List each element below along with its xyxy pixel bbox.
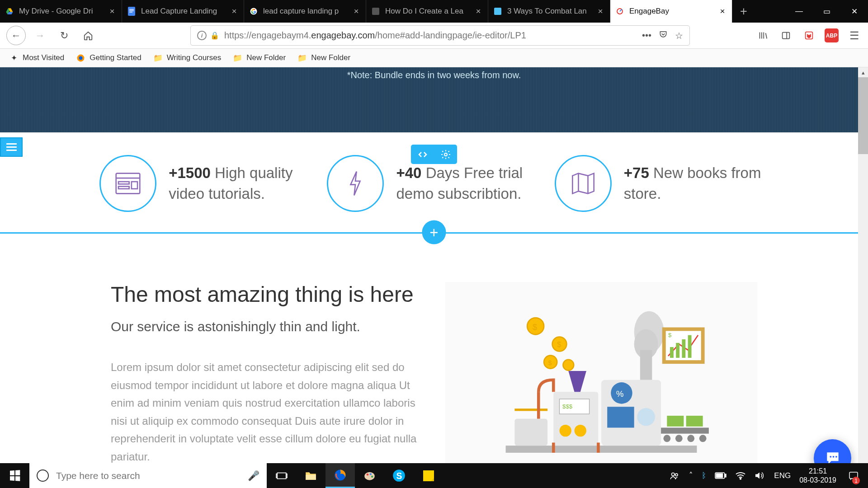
content-body: Lorem ipsum dolor sit amet consectetur a… [111,358,421,466]
svg-marker-90 [755,473,760,479]
language-indicator[interactable]: ENG [774,471,791,480]
maximize-button[interactable]: ▭ [813,0,840,23]
code-icon[interactable] [411,145,434,164]
sidebar-icon[interactable] [778,28,793,43]
reload-button[interactable]: ↻ [54,26,74,45]
file-explorer-icon[interactable] [296,463,326,488]
bookmark-writing-courses[interactable]: 📁 Writing Courses [153,53,222,63]
bluetooth-icon[interactable]: ᛒ [702,471,706,480]
tab-gdrive[interactable]: My Drive - Google Dri × [0,0,122,23]
add-section-button[interactable]: + [422,221,446,244]
page-icon [371,6,381,16]
hero-note: *Note: Bundle ends in two weeks from now… [0,70,868,80]
close-icon[interactable]: × [595,6,605,16]
close-icon[interactable]: × [107,6,117,16]
svg-rect-39 [607,407,634,427]
bookmark-star-icon[interactable]: ☆ [675,30,683,41]
settings-icon[interactable] [434,145,457,164]
star-icon: ✦ [9,53,19,63]
svg-rect-58 [661,428,709,434]
engagebay-icon [615,6,625,16]
svg-point-68 [830,455,831,457]
sticky-notes-icon[interactable] [414,463,443,488]
close-icon[interactable]: × [473,6,483,16]
notification-badge: 1 [852,477,860,484]
new-tab-button[interactable]: + [732,0,755,23]
url-bar[interactable]: i 🔒 https://engagebaym4.engagebay.com/ho… [190,25,690,46]
bookmarks-bar: ✦ Most Visited Getting Started 📁 Writing… [0,49,868,67]
task-view-button[interactable] [267,463,296,488]
firefox-taskbar-icon[interactable] [326,463,355,488]
scroll-thumb[interactable] [858,77,868,154]
people-icon[interactable] [669,470,680,482]
tab-combat[interactable]: 3 Ways To Combat Lan × [488,0,610,23]
notifications-button[interactable]: 1 [845,463,862,488]
svg-point-47 [575,425,586,436]
svg-point-60 [675,435,683,442]
tab-engagebay[interactable]: EngageBay × [610,0,732,23]
mic-icon[interactable]: 🎤 [248,470,259,481]
chevron-up-icon[interactable]: ˄ [689,471,693,480]
mcafee-icon[interactable] [802,28,816,43]
clock[interactable]: 21:51 08-03-2019 [799,467,836,484]
svg-text:$: $ [533,322,537,332]
info-icon[interactable]: i [197,31,207,40]
tab-google[interactable]: lead capture landing p × [244,0,366,23]
bookmark-new-folder-1[interactable]: 📁 New Folder [233,53,286,63]
svg-rect-5 [129,10,134,11]
volume-icon[interactable] [755,471,765,480]
gdrive-icon [5,6,14,16]
battery-icon[interactable] [715,472,726,479]
windows-icon [10,470,20,481]
forward-button[interactable]: → [30,26,50,45]
search-input[interactable] [56,470,241,481]
skype-icon[interactable]: S [384,463,414,488]
paint-icon[interactable] [355,463,384,488]
svg-rect-37 [506,446,697,453]
abp-icon[interactable]: ABP [825,28,839,42]
library-icon[interactable] [755,28,770,43]
svg-rect-35 [688,335,692,358]
back-button[interactable]: ← [6,26,26,45]
scrollbar[interactable]: ▴ [858,67,868,488]
close-window-button[interactable]: ✕ [840,0,868,23]
url-domain: engagebay.com [311,30,375,41]
close-icon[interactable]: × [717,6,727,16]
svg-point-19 [79,56,83,60]
svg-rect-87 [725,474,726,477]
editor-sidebar-toggle[interactable] [0,137,23,157]
close-icon[interactable]: × [229,6,239,16]
tab-gdocs[interactable]: Lead Capture Landing × [122,0,244,23]
scroll-up-icon[interactable]: ▴ [858,67,868,77]
svg-point-55 [563,360,574,371]
svg-rect-71 [277,473,286,479]
tab-lead-create[interactable]: How Do I Create a Lea × [366,0,488,23]
tab-title: 3 Ways To Combat Lan [507,7,592,16]
tab-title: My Drive - Google Dri [19,7,104,16]
menu-button[interactable]: ☰ [847,28,862,43]
folder-icon: 📁 [233,53,242,63]
minimize-button[interactable]: — [785,0,813,23]
pocket-icon[interactable] [659,30,668,41]
svg-text:$: $ [668,332,672,338]
wifi-icon[interactable] [735,471,746,480]
window-controls: — ▭ ✕ [785,0,868,23]
lock-icon: 🔒 [210,31,219,40]
home-button[interactable] [78,26,98,45]
bookmark-new-folder-2[interactable]: 📁 New Folder [297,53,350,63]
page-content: *Note: Bundle ends in two weeks from now… [0,67,868,488]
bookmark-most-visited[interactable]: ✦ Most Visited [9,53,64,63]
close-icon[interactable]: × [351,6,361,16]
bookmark-getting-started[interactable]: Getting Started [76,53,141,63]
feature-text: +40 Days Free trial demo subscribtion. [396,163,541,204]
taskbar: 🎤 S ˄ ᛒ ENG 21:51 08-03-2019 1 [0,463,868,488]
taskbar-search[interactable]: 🎤 [29,463,267,488]
start-button[interactable] [0,463,29,488]
more-icon[interactable]: ••• [642,30,651,41]
tab-title: EngageBay [629,7,714,16]
section-divider: + [0,232,868,234]
gdocs-icon [127,6,137,16]
content-text-column: The most amazing thing is here Our servi… [111,282,421,488]
bookmark-label: Most Visited [23,53,64,62]
svg-text:$: $ [557,341,561,348]
